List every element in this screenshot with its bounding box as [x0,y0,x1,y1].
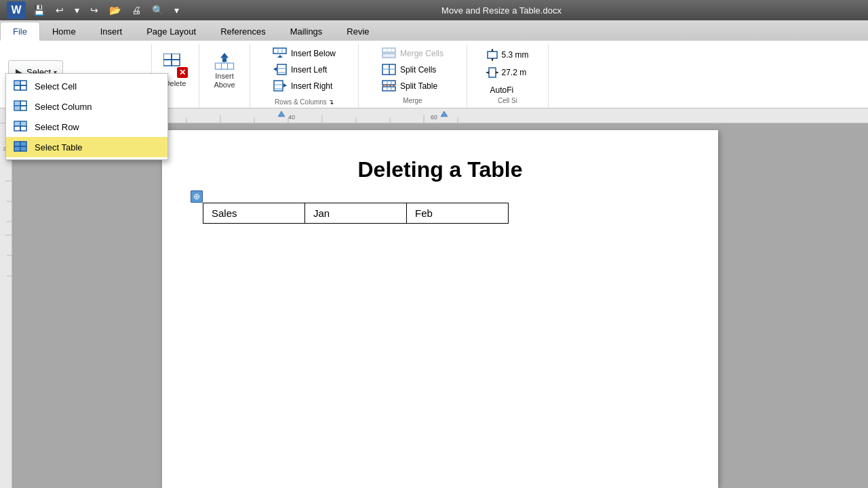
split-cells-label: Split Cells [400,65,436,75]
cell-height-value: 5.3 mm [501,50,528,60]
svg-rect-9 [14,101,20,110]
svg-rect-32 [277,64,286,75]
title-bar: W 💾 ↩ ▾ ↪ 📂 🖨 🔍 ▾ Move and Resize a Tabl… [0,0,868,20]
svg-marker-57 [491,49,494,52]
ribbon-group-merge: Merge Cells Split Cells [359,43,467,108]
select-dropdown-menu: Select Cell Select Column [5,73,168,160]
undo-btn[interactable]: ↩ [52,3,67,17]
dropdown-item-select-row[interactable]: Select Row [6,117,167,137]
svg-rect-6 [20,101,26,106]
insert-above-icon [211,51,238,70]
insert-right-icon [273,80,288,92]
cell-height-icon [486,49,498,61]
svg-text:40: 40 [288,114,295,121]
insert-below-btn[interactable]: Insert Below [267,46,342,61]
ribbon-group-cell-size: 5.3 mm 27.2 m AutoFi Cell Si [467,43,549,108]
vertical-ruler: 20 [0,123,12,488]
insert-right-btn[interactable]: Insert Right [267,79,338,94]
svg-rect-18 [20,146,26,151]
ribbon-group-rows-cols: Insert Below Insert Left Insert [250,43,359,108]
table-cell[interactable]: Feb [407,203,509,224]
merge-cells-icon [382,47,397,60]
delete-x-icon: ✕ [177,67,188,78]
dropdown-item-select-cell[interactable]: Select Cell [6,76,167,96]
table-move-handle[interactable]: ⊕ [191,190,203,203]
ruler-svg: 20 40 60 [51,108,865,123]
ribbon-tabs: File Home Insert Page Layout References … [0,20,868,41]
insert-above-label: InsertAbove [214,72,235,89]
select-table-icon [13,140,29,154]
svg-rect-17 [14,146,20,151]
document-area: Deleting a Table ⊕ Sales Jan Feb [12,123,868,488]
ruler-content: 20 40 60 [51,108,868,123]
svg-rect-47 [382,81,395,85]
svg-marker-62 [486,71,489,74]
table-cell[interactable]: Jan [305,203,407,224]
insert-left-btn[interactable]: Insert Left [267,62,333,77]
svg-rect-43 [382,54,395,58]
rows-cols-expand-icon[interactable]: ↴ [328,98,334,106]
svg-rect-15 [14,142,20,146]
table-container: ⊕ Sales Jan Feb [203,203,509,224]
rows-cols-group-label: Rows & Columns [275,98,327,106]
ribbon-group-insert-above: InsertAbove [199,43,250,108]
tab-insert[interactable]: Insert [88,22,135,41]
svg-marker-63 [496,71,498,74]
svg-rect-14 [14,121,26,126]
tab-references[interactable]: References [208,22,277,41]
tab-file[interactable]: File [0,22,40,41]
split-table-label: Split Table [400,81,437,91]
document-table: Sales Jan Feb [203,203,509,224]
svg-rect-50 [382,87,395,91]
svg-rect-59 [489,68,496,77]
svg-rect-21 [163,60,172,66]
svg-text:60: 60 [431,114,437,121]
insert-left-label: Insert Left [291,65,327,75]
tab-home[interactable]: Home [40,22,88,41]
insert-above-btn[interactable]: InsertAbove [205,47,244,94]
svg-rect-13 [20,126,26,131]
insert-below-icon [273,47,288,60]
split-table-btn[interactable]: Split Table [376,79,443,94]
svg-marker-23 [220,53,229,58]
dropdown-item-select-column[interactable]: Select Column [6,96,167,117]
svg-marker-39 [283,83,287,87]
save-quick-btn[interactable]: 💾 [30,3,48,17]
tab-page-layout[interactable]: Page Layout [134,22,208,41]
dropdown-item-select-table[interactable]: Select Table [6,137,167,157]
print-btn[interactable]: 🖨 [128,3,144,17]
dropdown-item-label: Select Column [35,102,92,112]
open-btn[interactable]: 📂 [106,3,124,17]
cell-size-group-label: Cell Si [498,97,517,104]
tab-review[interactable]: Revie [334,22,381,41]
svg-marker-31 [277,55,283,58]
cell-width-row: 27.2 m [484,65,529,80]
insert-right-label: Insert Right [291,81,332,91]
svg-rect-28 [273,48,286,54]
window-title: Move and Resize a Table.docx [441,5,561,16]
svg-rect-1 [20,81,26,85]
svg-rect-12 [14,126,20,131]
document-page: Deleting a Table ⊕ Sales Jan Feb [162,130,718,488]
tab-mailings[interactable]: Mailings [278,22,335,41]
dropdown-item-label: Select Row [35,122,79,132]
select-row-icon [13,120,29,134]
table-cell[interactable]: Sales [203,203,305,224]
preview-btn[interactable]: 🔍 [149,3,167,17]
select-column-icon [13,100,29,113]
svg-rect-16 [20,142,26,146]
more-tools-btn[interactable]: ▾ [171,3,182,17]
merge-cells-btn[interactable]: Merge Cells [376,46,450,61]
svg-rect-22 [172,60,180,66]
svg-marker-58 [491,58,494,61]
svg-rect-8 [20,106,26,110]
select-cell-icon [13,79,29,93]
split-cells-btn[interactable]: Split Cells [376,62,442,77]
svg-rect-2 [14,85,20,90]
dropdown-item-label: Select Table [35,142,83,152]
svg-rect-19 [163,54,172,60]
ribbon-group-select: Select ▾ Select Cell [3,43,152,108]
undo-dropdown-btn[interactable]: ▾ [71,3,83,17]
redo-btn[interactable]: ↪ [87,3,102,17]
cell-height-row: 5.3 mm [484,47,531,62]
